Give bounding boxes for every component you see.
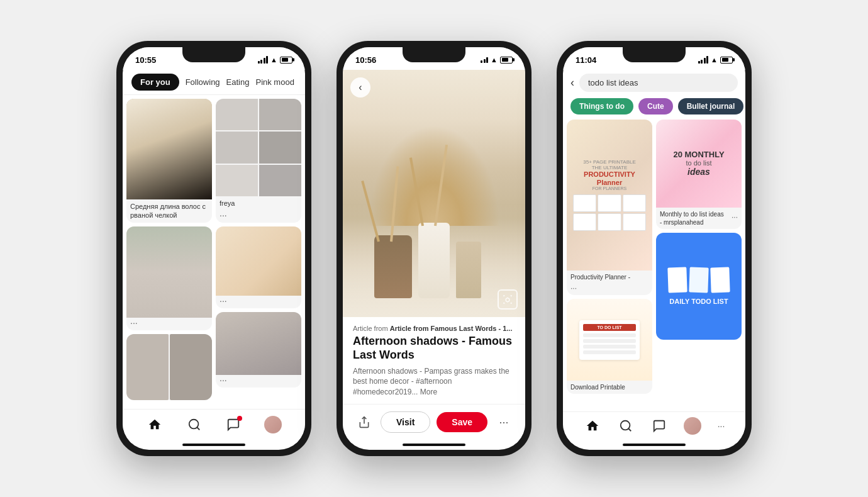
chat-icon-3 xyxy=(652,419,666,433)
mini-page-3 xyxy=(623,194,646,212)
result-card-todo[interactable]: TO DO LIST Download Printable xyxy=(567,299,652,394)
tag-cute[interactable]: Cute xyxy=(638,98,673,114)
search-back-button[interactable]: ‹ xyxy=(570,76,574,89)
tag-things-to-do[interactable]: Things to do xyxy=(570,98,633,114)
vase-beige xyxy=(456,242,481,298)
pin-card-photo-row[interactable] xyxy=(126,334,212,400)
status-icons-2: ▲ xyxy=(481,56,513,64)
time-1: 10:55 xyxy=(135,55,156,65)
pin-dots-nails[interactable]: ··· xyxy=(216,296,301,308)
svg-line-3 xyxy=(628,428,631,431)
more-options-button[interactable]: ··· xyxy=(492,411,515,433)
grid-cell-2 xyxy=(259,99,301,130)
svg-point-2 xyxy=(621,421,630,430)
pin-img-dark xyxy=(216,312,301,375)
avatar-1 xyxy=(264,416,282,433)
search-input[interactable]: todo list ideas xyxy=(579,74,738,92)
photo-cell-1 xyxy=(126,334,169,400)
photo-cell-2 xyxy=(170,334,212,400)
nav-home-3[interactable] xyxy=(584,417,601,435)
phone-3: 11:04 ▲ ‹ todo list ideas xyxy=(557,41,752,456)
monthly-title: 20 MONTHLY xyxy=(673,150,724,159)
nav-chat-1[interactable] xyxy=(225,416,242,433)
monthly-script: ideas xyxy=(673,167,724,177)
pin-dots-fashion[interactable]: ··· xyxy=(126,318,212,330)
bottom-nav-1 xyxy=(123,409,305,444)
pin-img-fashion xyxy=(126,226,212,318)
save-button[interactable]: Save xyxy=(437,412,487,432)
tab-following[interactable]: Following xyxy=(186,77,220,87)
search-results: 35+ PAGE PRINTABLETHE ULTIMATE PRODUCTIV… xyxy=(563,120,745,411)
search-tags: Things to do Cute Bullet journal Diy xyxy=(563,96,745,120)
pin-card-hair[interactable]: Средняя длина волос с рваной челкой xyxy=(126,99,212,223)
nav-home-1[interactable] xyxy=(146,416,164,433)
productivity-dots[interactable]: ··· xyxy=(567,284,652,295)
monthly-subtitle: to do list xyxy=(673,159,724,167)
monthly-label: Monthly to do list ideas - mrsplanahead xyxy=(656,208,728,229)
article-from-label: Article from Article from Famous Last Wo… xyxy=(353,325,515,332)
pin-card-nails[interactable]: ··· xyxy=(216,226,301,308)
ar-button[interactable] xyxy=(498,289,518,310)
grid-cell-6 xyxy=(259,165,301,196)
result-img-productivity: 35+ PAGE PRINTABLETHE ULTIMATE PRODUCTIV… xyxy=(567,120,652,271)
nav-search-3[interactable] xyxy=(617,417,635,435)
result-card-productivity[interactable]: 35+ PAGE PRINTABLETHE ULTIMATE PRODUCTIV… xyxy=(567,120,652,295)
time-2: 10:56 xyxy=(355,55,376,65)
tab-eating[interactable]: Eating xyxy=(226,77,250,87)
tab-bar: For you Following Eating Pink mood xyxy=(123,70,305,95)
pin-dots-dark[interactable]: ··· xyxy=(216,375,301,388)
productivity-planner-text: 35+ PAGE PRINTABLETHE ULTIMATE PRODUCTIV… xyxy=(573,159,646,190)
pin-detail-image: ‹ xyxy=(343,70,525,317)
nav-chat-3[interactable] xyxy=(650,417,668,435)
pin-detail-title: Afternoon shadows - Famous Last Words xyxy=(353,335,515,362)
more-options-3[interactable]: ··· xyxy=(718,421,725,431)
pin-img-hair xyxy=(126,99,212,199)
todo-header: TO DO LIST xyxy=(583,324,635,331)
share-button[interactable] xyxy=(353,411,376,433)
mini-page-6 xyxy=(623,213,646,231)
phone-1: 10:55 ▲ For you Following Eating Pink mo xyxy=(116,41,311,456)
result-col-right: 20 MONTHLY to do list ideas Monthly to d… xyxy=(656,120,742,411)
pin-dots-grid[interactable]: ··· xyxy=(216,210,301,223)
result-img-daily: DAILY TODO LIST xyxy=(656,233,742,340)
search-icon-3 xyxy=(619,419,633,433)
notch-2 xyxy=(403,47,465,62)
home-indicator-2 xyxy=(403,444,465,446)
signal-icon-3 xyxy=(698,56,709,64)
status-bar-2: 10:56 ▲ xyxy=(343,47,525,70)
pin-card-fashion[interactable]: ··· xyxy=(126,226,212,330)
tab-for-you[interactable]: For you xyxy=(131,74,179,91)
pin-label-hair: Средняя длина волос с рваной челкой xyxy=(126,199,212,223)
mini-pages-grid xyxy=(573,194,646,231)
todo-line-2 xyxy=(583,339,635,343)
home-icon xyxy=(148,418,162,432)
battery-icon-3 xyxy=(720,57,733,64)
daily-sheets xyxy=(668,267,730,293)
search-view: ‹ todo list ideas Things to do Cute Bull… xyxy=(563,70,745,450)
monthly-dots[interactable]: ··· xyxy=(728,213,742,224)
status-bar-3: 11:04 ▲ xyxy=(563,47,745,70)
daily-sheet-3 xyxy=(710,267,730,293)
nav-profile-1[interactable] xyxy=(264,416,282,433)
tag-bullet-journal[interactable]: Bullet journal xyxy=(678,98,744,114)
nav-search-1[interactable] xyxy=(186,416,203,433)
result-card-daily[interactable]: DAILY TODO LIST xyxy=(656,233,742,340)
svg-line-1 xyxy=(197,427,199,430)
todo-line-1 xyxy=(583,333,635,337)
time-3: 11:04 xyxy=(576,55,596,65)
visit-button[interactable]: Visit xyxy=(381,411,430,433)
productivity-label: Productivity Planner - xyxy=(567,271,652,284)
prod-pre-text: 35+ PAGE PRINTABLETHE ULTIMATE xyxy=(573,159,646,170)
result-card-monthly[interactable]: 20 MONTHLY to do list ideas Monthly to d… xyxy=(656,120,742,229)
pin-card-grid[interactable]: freya ··· xyxy=(216,99,301,223)
result-col-left: 35+ PAGE PRINTABLETHE ULTIMATE PRODUCTIV… xyxy=(567,120,652,411)
notch-1 xyxy=(182,47,245,62)
prod-sub-text: FOR PLANNERS xyxy=(573,186,646,191)
nav-profile-3[interactable] xyxy=(684,417,701,435)
tab-pink-mood[interactable]: Pink mood xyxy=(255,77,294,87)
pin-card-dark[interactable]: ··· xyxy=(216,312,301,388)
back-button[interactable]: ‹ xyxy=(350,77,370,98)
notification-dot xyxy=(237,416,242,421)
mini-page-5 xyxy=(598,213,621,231)
mini-page-4 xyxy=(573,213,596,231)
